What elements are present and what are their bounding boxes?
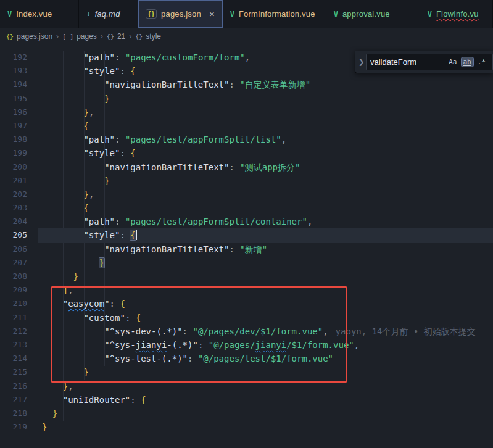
code-line[interactable]: 200 "navigationBarTitleText": "测试app拆分" [0, 160, 493, 174]
code-token: { [136, 313, 141, 323]
code-token [42, 258, 99, 268]
toggle-replace-button[interactable]: ❯ [358, 58, 365, 66]
json-icon: {} [146, 9, 157, 19]
code-line[interactable]: 210 "easycom": { [0, 297, 493, 310]
breadcrumb-item[interactable]: {}style [135, 32, 161, 41]
code-line[interactable]: 202 }, [0, 188, 493, 201]
code-line[interactable]: 213 "^sys-jianyi-(.*)": "@/pages/jianyi/… [0, 338, 493, 352]
code-token: } [52, 409, 57, 418]
code-token: { [83, 203, 88, 213]
line-number: 211 [0, 311, 42, 325]
vue-icon: V [428, 10, 432, 19]
find-input[interactable]: validateForm Aaab.* [366, 54, 493, 70]
code-token: : [183, 326, 193, 336]
line-number: 205 [0, 228, 42, 242]
code-token: "测试app拆分" [239, 162, 300, 172]
code-token: : [125, 313, 136, 323]
find-input-text[interactable]: validateForm [370, 57, 444, 67]
line-number: 201 [0, 174, 42, 188]
regex-button[interactable]: .* [476, 57, 487, 67]
code-token: -(.*)" [167, 340, 198, 350]
code-token: : [130, 395, 141, 405]
code-token: "@/pages/test/$1/form.vue" [198, 354, 333, 363]
code-line[interactable]: 197 { [0, 119, 493, 133]
code-line[interactable]: 201 } [0, 174, 493, 188]
code-token: : [229, 162, 239, 172]
tab-label: Index.vue [16, 9, 52, 19]
code-token: : [115, 52, 125, 62]
code-token: "^sys-test-(.*)" [104, 354, 188, 363]
code-line[interactable]: 208 } [0, 270, 493, 283]
tab-label: approval.vue [342, 9, 390, 19]
code-token: } [104, 176, 109, 186]
code-line[interactable]: 196 }, [0, 106, 493, 119]
line-number: 209 [0, 283, 42, 297]
tab-approval-vue[interactable]: Vapproval.vue [326, 0, 420, 28]
line-number: 206 [0, 243, 42, 256]
code-line[interactable]: 217 "uniIdRouter": { [0, 393, 493, 407]
code-line[interactable]: 194 "navigationBarTitleText": "自定义表单新增" [0, 78, 493, 91]
code-line[interactable]: 212 "^sys-dev-(.*)": "@/pages/dev/$1/for… [0, 325, 493, 338]
code-token: : [110, 299, 120, 309]
close-icon[interactable]: × [209, 9, 215, 19]
code-token [42, 107, 83, 117]
breadcrumb: {}pages.json›[ ]pages›{}21›{}style [0, 28, 493, 44]
line-number: 197 [0, 119, 42, 133]
code-line[interactable]: 209 ], [0, 283, 493, 297]
match-case-button[interactable]: Aa [447, 57, 458, 67]
code-token: { [83, 121, 88, 131]
editor: 192 "path": "pages/customForm/form",193 … [0, 44, 493, 448]
breadcrumb-item[interactable]: [ ]pages [62, 32, 97, 41]
code-token: } [83, 189, 88, 199]
code-line[interactable]: 207 } [0, 256, 493, 270]
code-token: : [115, 135, 125, 144]
line-number: 215 [0, 365, 42, 379]
whole-word-button[interactable]: ab [462, 57, 473, 67]
code-line[interactable]: 203 { [0, 201, 493, 215]
line-number: 196 [0, 106, 42, 119]
code-line[interactable]: 218 } [0, 407, 493, 420]
line-number: 192 [0, 51, 42, 64]
code-token: "uniIdRouter" [63, 395, 131, 405]
code-token [42, 354, 104, 363]
code-line[interactable]: 205 "style": { [0, 228, 493, 242]
code-token: easycom [68, 299, 104, 309]
code-token [42, 230, 83, 240]
code-token: : [120, 66, 130, 76]
object-symbol-icon: {} [135, 33, 143, 40]
code-line[interactable]: 214 "^sys-test-(.*)": "@/pages/test/$1/f… [0, 352, 493, 365]
code-token: "path" [83, 135, 115, 144]
code-token: "path" [83, 217, 115, 226]
tab-flowinfo-vu[interactable]: VFlowInfo.vu [420, 0, 493, 28]
tab-faq-md[interactable]: ↓faq.md [79, 0, 138, 28]
code-line[interactable]: 215 } [0, 365, 493, 379]
code-token: jianyi [136, 340, 167, 350]
code-token [42, 135, 83, 144]
code-token [42, 285, 63, 295]
code-token [42, 94, 104, 104]
tab-index-vue[interactable]: VIndex.vue [0, 0, 79, 28]
code-token [42, 80, 104, 89]
code-line[interactable]: 195 } [0, 92, 493, 106]
line-number: 208 [0, 270, 42, 283]
code-line[interactable]: 206 "navigationBarTitleText": "新增" [0, 243, 493, 256]
breadcrumb-item[interactable]: {}pages.json [6, 32, 52, 41]
line-number: 200 [0, 160, 42, 174]
code-token: "@/pages/ [209, 340, 255, 350]
code-line[interactable]: 199 "style": { [0, 146, 493, 160]
code-line[interactable]: 216 }, [0, 380, 493, 393]
find-buttons: Aaab.* [447, 57, 487, 67]
code-line[interactable]: 211 "custom": { [0, 311, 493, 325]
code-token: { [120, 299, 125, 309]
code-token: : [120, 230, 130, 240]
code-line[interactable]: 198 "path": "pages/test/appFormSplit/lis… [0, 133, 493, 146]
code-line[interactable]: 204 "path": "pages/test/appFormSplit/con… [0, 215, 493, 228]
code-token [42, 409, 52, 418]
breadcrumb-separator-icon: › [129, 32, 131, 41]
code-token: } [63, 381, 68, 391]
tab-pages-json[interactable]: {}pages.json× [138, 0, 223, 28]
code-token: } [104, 94, 109, 104]
code-line[interactable]: 219} [0, 420, 493, 434]
tab-forminformation-vue[interactable]: VFormInformation.vue [223, 0, 326, 28]
breadcrumb-item[interactable]: {}21 [107, 32, 125, 41]
